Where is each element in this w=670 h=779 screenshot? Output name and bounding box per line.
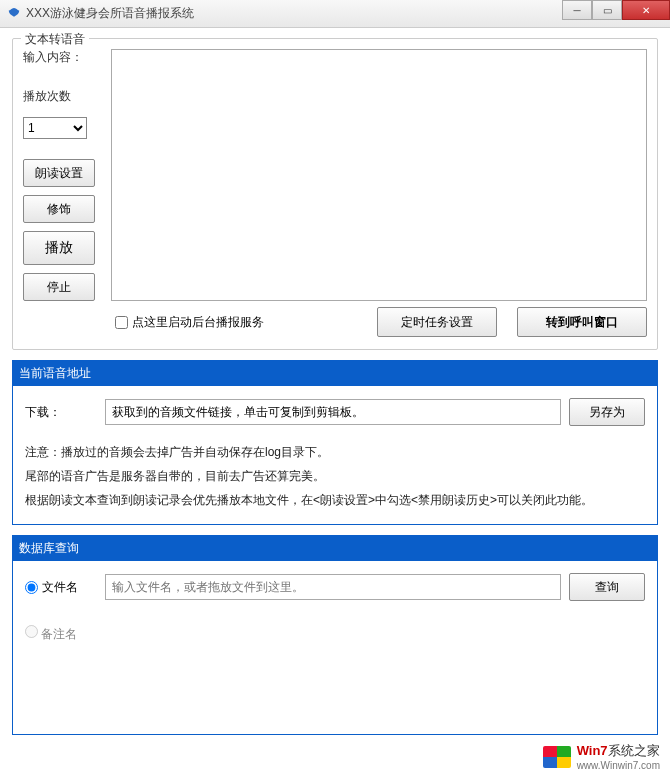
tts-input[interactable] xyxy=(111,49,647,301)
db-query-header: 数据库查询 xyxy=(13,536,657,561)
query-button[interactable]: 查询 xyxy=(569,573,645,601)
playcount-label: 播放次数 xyxy=(23,88,107,105)
input-label: 输入内容： xyxy=(23,49,107,66)
tts-groupbox: 文本转语音 输入内容： 播放次数 1 朗读设置 修饰 播放 停止 点这里启动后台… xyxy=(12,38,658,350)
titlebar: XXX游泳健身会所语音播报系统 ─ ▭ ✕ xyxy=(0,0,670,28)
close-button[interactable]: ✕ xyxy=(622,0,670,20)
play-button[interactable]: 播放 xyxy=(23,231,95,265)
voice-note-2: 尾部的语音广告是服务器自带的，目前去广告还算完美。 xyxy=(25,464,645,488)
goto-call-button[interactable]: 转到呼叫窗口 xyxy=(517,307,647,337)
read-settings-button[interactable]: 朗读设置 xyxy=(23,159,95,187)
bg-service-checkbox-wrap[interactable]: 点这里启动后台播报服务 xyxy=(115,314,357,331)
voice-note-1: 注意：播放过的音频会去掉广告并自动保存在log目录下。 xyxy=(25,440,645,464)
window-controls: ─ ▭ ✕ xyxy=(562,0,670,20)
content-area: 文本转语音 输入内容： 播放次数 1 朗读设置 修饰 播放 停止 点这里启动后台… xyxy=(0,28,670,755)
window-title: XXX游泳健身会所语音播报系统 xyxy=(26,5,194,22)
tts-left-column: 输入内容： 播放次数 1 朗读设置 修饰 播放 停止 xyxy=(23,49,107,301)
watermark-brand: Win7 xyxy=(577,743,608,758)
radio-filename-wrap[interactable]: 文件名 xyxy=(25,579,97,596)
minimize-button[interactable]: ─ xyxy=(562,0,592,20)
bg-service-label: 点这里启动后台播报服务 xyxy=(132,314,264,331)
voice-address-header: 当前语音地址 xyxy=(13,361,657,386)
voice-note-3: 根据朗读文本查询到朗读记录会优先播放本地文件，在<朗读设置>中勾选<禁用朗读历史… xyxy=(25,488,645,512)
db-query-section: 数据库查询 文件名 查询 备注名 xyxy=(12,535,658,735)
voice-address-section: 当前语音地址 下载： 另存为 注意：播放过的音频会去掉广告并自动保存在log目录… xyxy=(12,360,658,525)
radio-filename[interactable] xyxy=(25,581,38,594)
save-as-button[interactable]: 另存为 xyxy=(569,398,645,426)
bg-service-checkbox[interactable] xyxy=(115,316,128,329)
playcount-select[interactable]: 1 xyxy=(23,117,87,139)
app-icon xyxy=(6,6,22,22)
watermark-text: Win7系统之家 www.Winwin7.com xyxy=(577,742,660,771)
radio-remark-wrap[interactable]: 备注名 xyxy=(25,625,77,643)
watermark-url: www.Winwin7.com xyxy=(577,760,660,771)
radio-filename-label: 文件名 xyxy=(42,579,78,596)
timer-settings-button[interactable]: 定时任务设置 xyxy=(377,307,497,337)
radio-remark xyxy=(25,625,38,638)
modify-button[interactable]: 修饰 xyxy=(23,195,95,223)
download-label: 下载： xyxy=(25,404,97,421)
tts-legend: 文本转语音 xyxy=(21,31,89,48)
watermark-suffix: 系统之家 xyxy=(608,743,660,758)
maximize-button[interactable]: ▭ xyxy=(592,0,622,20)
download-link-input[interactable] xyxy=(105,399,561,425)
db-query-input[interactable] xyxy=(105,574,561,600)
watermark: Win7系统之家 www.Winwin7.com xyxy=(543,742,660,771)
windows-flag-icon xyxy=(543,746,571,768)
voice-notes: 注意：播放过的音频会去掉广告并自动保存在log目录下。 尾部的语音广告是服务器自… xyxy=(25,440,645,512)
stop-button[interactable]: 停止 xyxy=(23,273,95,301)
radio-remark-label: 备注名 xyxy=(41,627,77,641)
